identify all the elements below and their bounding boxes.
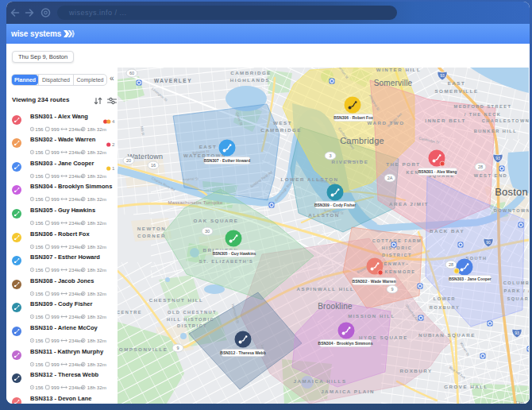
svg-text:234km: 234km: [69, 172, 84, 178]
svg-text:93: 93: [495, 156, 500, 161]
svg-text:999: 999: [51, 172, 60, 178]
svg-text:93: 93: [440, 73, 445, 78]
svg-text:234km: 234km: [69, 196, 84, 202]
svg-text:NEWTON: NEWTON: [137, 226, 166, 231]
svg-text:3: 3: [329, 153, 331, 158]
svg-text:16: 16: [151, 163, 156, 168]
svg-text:DISTRICT: DISTRICT: [177, 323, 207, 328]
svg-text:999: 999: [51, 196, 60, 202]
svg-text:999: 999: [51, 149, 60, 155]
svg-text:20: 20: [126, 158, 131, 163]
svg-text:GROVE HALL: GROVE HALL: [444, 384, 488, 389]
svg-text:WINTER HILL: WINTER HILL: [376, 68, 421, 72]
svg-text:BSN307 · Esther Howard: BSN307 · Esther Howard: [204, 158, 251, 163]
svg-text:2A: 2A: [387, 176, 393, 180]
svg-text:234km: 234km: [69, 314, 84, 319]
svg-text:Cambridge: Cambridge: [340, 136, 384, 145]
svg-text:18h 32m: 18h 32m: [87, 314, 106, 319]
svg-text:234km: 234km: [69, 385, 84, 390]
svg-text:Massachusetts Turnpike: Massachusetts Turnpike: [168, 200, 223, 205]
svg-text:LOWER: LOWER: [434, 296, 456, 301]
svg-text:18h 32m: 18h 32m: [87, 172, 106, 178]
svg-text:234km: 234km: [69, 149, 84, 155]
svg-text:999: 999: [51, 361, 60, 366]
svg-text:18h 32m: 18h 32m: [87, 385, 106, 390]
svg-text:156: 156: [35, 220, 44, 226]
svg-text:SOMERVILLE: SOMERVILLE: [434, 88, 478, 94]
svg-text:156: 156: [35, 196, 44, 202]
svg-text:ROXBURY: ROXBURY: [399, 368, 432, 373]
svg-text:NUBIAN SQUARE: NUBIAN SQUARE: [418, 332, 476, 338]
svg-text:LOWER ALLSTON: LOWER ALLSTON: [280, 176, 338, 182]
svg-text:18h 32m: 18h 32m: [87, 361, 106, 366]
svg-text:RIVERSIDE: RIVERSIDE: [332, 159, 369, 164]
svg-text:BSN305 · Guy Hawkins: BSN305 · Guy Hawkins: [213, 251, 256, 256]
svg-text:AREA 2/MIT: AREA 2/MIT: [389, 201, 429, 207]
svg-text:999: 999: [51, 220, 60, 226]
svg-text:MISSION HILL: MISSION HILL: [348, 313, 395, 319]
svg-text:EAST: EAST: [199, 144, 218, 149]
svg-text:156: 156: [35, 290, 44, 296]
svg-text:BSN303 · Jane Cooper: BSN303 · Jane Cooper: [449, 277, 492, 281]
svg-text:CHESTNUT HILL: CHESTNUT HILL: [149, 297, 204, 303]
svg-text:BACK BAY: BACK BAY: [430, 228, 465, 234]
svg-text:DISTRICT: DISTRICT: [382, 253, 412, 257]
svg-text:JAMAICA PLAIN: JAMAICA PLAIN: [321, 389, 375, 394]
svg-text:234km: 234km: [69, 338, 84, 343]
svg-text:60: 60: [129, 71, 134, 75]
svg-text:JAMAICA HILLS: JAMAICA HILLS: [293, 378, 346, 384]
svg-text:18h 32m: 18h 32m: [87, 290, 106, 296]
svg-text:234km: 234km: [69, 267, 84, 273]
svg-text:30: 30: [205, 229, 210, 234]
svg-text:18h 32m: 18h 32m: [87, 149, 106, 155]
svg-text:156: 156: [35, 314, 44, 319]
svg-text:WAVERLEY: WAVERLEY: [154, 78, 192, 83]
svg-text:ALLSTON: ALLSTON: [308, 212, 340, 218]
svg-text:999: 999: [51, 290, 60, 296]
svg-text:156: 156: [35, 172, 44, 178]
svg-text:THOMPSONVILLE: THOMPSONVILLE: [118, 346, 168, 352]
svg-text:COLUMBUS: COLUMBUS: [503, 280, 529, 285]
svg-text:HIGHLANDS: HIGHLANDS: [230, 77, 270, 83]
svg-text:COTTAGE FARM: COTTAGE FARM: [372, 238, 422, 243]
svg-text:999: 999: [51, 385, 60, 390]
svg-text:HISTORIC: HISTORIC: [382, 246, 413, 250]
svg-text:MEDFORD STREET: MEDFORD STREET: [454, 104, 512, 109]
svg-text:ASPINWALL HILL: ASPINWALL HILL: [297, 286, 355, 292]
svg-text:CORNER: CORNER: [137, 233, 166, 238]
svg-text:1 km: 1 km: [515, 400, 524, 404]
svg-text:156: 156: [35, 149, 44, 155]
svg-text:BSN304 · Brooklyn Simmons: BSN304 · Brooklyn Simmons: [318, 341, 373, 346]
svg-text:BSN306 · Robert Fox: BSN306 · Robert Fox: [333, 115, 373, 120]
svg-text:18h 32m: 18h 32m: [87, 338, 106, 343]
svg-text:156: 156: [35, 267, 44, 273]
svg-text:18h 32m: 18h 32m: [87, 220, 106, 226]
svg-text:OAK SQUARE: OAK SQUARE: [194, 218, 239, 223]
svg-text:KENMORE: KENMORE: [384, 269, 415, 274]
svg-text:18h 32m: 18h 32m: [87, 243, 106, 249]
svg-text:234km: 234km: [69, 243, 84, 249]
svg-text:234km: 234km: [69, 361, 84, 366]
svg-text:156: 156: [35, 126, 44, 131]
svg-text:28: 28: [449, 262, 453, 267]
svg-text:156: 156: [35, 243, 44, 249]
svg-text:9: 9: [176, 346, 179, 350]
svg-text:INNER BELT: INNER BELT: [425, 118, 466, 123]
svg-text:BSN312 · Theresa Webb: BSN312 · Theresa Webb: [220, 350, 265, 355]
svg-text:156: 156: [35, 361, 44, 366]
svg-text:BSN302 · Wade Warren: BSN302 · Wade Warren: [353, 279, 396, 284]
svg-text:CAMBRIDGE: CAMBRIDGE: [260, 127, 302, 133]
svg-text:FENWAY–: FENWAY–: [380, 261, 409, 266]
svg-text:234km: 234km: [69, 290, 84, 296]
svg-text:Boston: Boston: [495, 186, 528, 198]
svg-text:HYDE SQUARE: HYDE SQUARE: [359, 335, 408, 340]
svg-text:28: 28: [478, 164, 483, 169]
svg-text:156: 156: [35, 385, 44, 390]
svg-text:PARK / AND: PARK / AND: [503, 288, 529, 293]
svg-text:18h 32m: 18h 32m: [87, 126, 106, 131]
svg-text:93: 93: [515, 331, 519, 335]
svg-text:999: 999: [51, 314, 60, 319]
svg-text:CHARLESTOWN: CHARLESTOWN: [482, 118, 529, 123]
svg-text:CENTRE: CENTRE: [118, 310, 142, 315]
svg-text:WEST: WEST: [273, 120, 292, 126]
